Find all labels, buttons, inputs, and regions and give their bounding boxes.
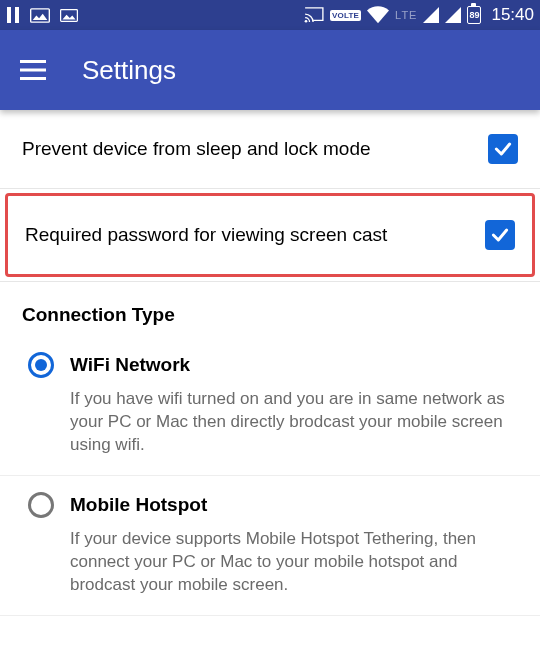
hamburger-icon[interactable] bbox=[20, 60, 46, 80]
section-connection-type: Connection Type bbox=[0, 282, 540, 336]
clock: 15:40 bbox=[491, 5, 534, 25]
radio-option-wifi[interactable]: WiFi Network If you have wifi turned on … bbox=[0, 336, 540, 476]
highlighted-option: Required password for viewing screen cas… bbox=[5, 193, 535, 277]
content: Prevent device from sleep and lock mode … bbox=[0, 110, 540, 616]
option-require-password[interactable]: Required password for viewing screen cas… bbox=[8, 196, 532, 274]
svg-rect-0 bbox=[7, 7, 11, 23]
radio-option-hotspot[interactable]: Mobile Hotspot If your device supports M… bbox=[0, 476, 540, 616]
svg-rect-1 bbox=[15, 7, 19, 23]
cast-icon bbox=[30, 8, 50, 23]
image-icon bbox=[60, 8, 78, 23]
status-left bbox=[6, 7, 78, 23]
page-title: Settings bbox=[82, 55, 176, 86]
option-label: Prevent device from sleep and lock mode bbox=[22, 138, 371, 160]
battery-icon: 89 bbox=[467, 6, 481, 24]
pause-icon bbox=[6, 7, 20, 23]
svg-rect-2 bbox=[31, 8, 50, 21]
check-icon bbox=[493, 139, 513, 159]
radio-button-hotspot[interactable] bbox=[28, 492, 54, 518]
status-bar: VOLTE LTE 89 15:40 bbox=[0, 0, 540, 30]
radio-description: If you have wifi turned on and you are i… bbox=[70, 388, 518, 457]
checkbox-prevent-sleep[interactable] bbox=[488, 134, 518, 164]
wifi-icon bbox=[367, 6, 389, 24]
signal-icon-2 bbox=[445, 7, 461, 23]
signal-icon bbox=[423, 7, 439, 23]
radio-button-wifi[interactable] bbox=[28, 352, 54, 378]
status-right: VOLTE LTE 89 15:40 bbox=[304, 5, 534, 25]
svg-rect-7 bbox=[20, 77, 46, 80]
svg-rect-5 bbox=[20, 60, 46, 63]
svg-rect-6 bbox=[20, 69, 46, 72]
check-icon bbox=[490, 225, 510, 245]
volte-badge: VOLTE bbox=[330, 10, 361, 21]
svg-point-4 bbox=[305, 20, 308, 23]
option-prevent-sleep[interactable]: Prevent device from sleep and lock mode bbox=[0, 110, 540, 189]
lte-label: LTE bbox=[395, 9, 417, 21]
option-label: Required password for viewing screen cas… bbox=[25, 224, 387, 246]
battery-pct: 89 bbox=[469, 10, 479, 20]
screencast-icon bbox=[304, 7, 324, 23]
radio-description: If your device supports Mobile Hotspot T… bbox=[70, 528, 518, 597]
app-bar: Settings bbox=[0, 30, 540, 110]
radio-label: Mobile Hotspot bbox=[70, 494, 207, 516]
radio-label: WiFi Network bbox=[70, 354, 190, 376]
svg-rect-3 bbox=[61, 9, 78, 21]
checkbox-require-password[interactable] bbox=[485, 220, 515, 250]
